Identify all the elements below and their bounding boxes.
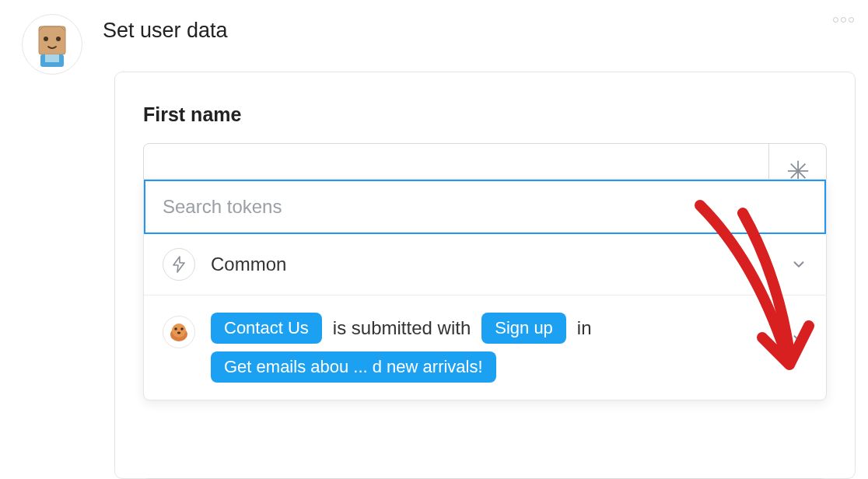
- svg-point-6: [172, 323, 186, 337]
- form-flow-content: Contact Us is submitted with Sign up in …: [211, 313, 775, 383]
- flow-text-submitted: is submitted with: [333, 317, 471, 339]
- svg-point-2: [56, 37, 61, 41]
- field-label-first-name: First name: [143, 103, 827, 126]
- pill-emails: Get emails abou ... d new arrivals!: [211, 351, 496, 383]
- group-label: Common: [211, 253, 775, 275]
- pill-sign-up: Sign up: [481, 313, 566, 344]
- form-submission-group[interactable]: Contact Us is submitted with Sign up in …: [144, 295, 826, 400]
- lightning-icon: [163, 248, 195, 281]
- svg-point-1: [44, 37, 48, 41]
- svg-point-7: [174, 327, 177, 330]
- chevron-down-icon: [790, 256, 807, 273]
- search-row: [144, 180, 826, 234]
- search-input[interactable]: [163, 196, 807, 218]
- page-title: Set user data: [103, 19, 228, 43]
- paper-bag-avatar-icon: [30, 22, 75, 67]
- svg-point-8: [180, 327, 184, 330]
- wpforms-icon: [163, 316, 195, 348]
- chevron-down-icon: [790, 330, 807, 347]
- avatar: [22, 14, 82, 75]
- svg-point-9: [177, 331, 180, 334]
- tokens-dropdown: Common Contact Us is submitted with Sign…: [143, 179, 827, 400]
- svg-rect-4: [45, 54, 59, 62]
- pill-contact-us: Contact Us: [211, 313, 322, 344]
- more-options-button[interactable]: [831, 16, 854, 23]
- group-common[interactable]: Common: [144, 234, 826, 295]
- svg-rect-0: [39, 26, 65, 54]
- flow-text-in: in: [577, 317, 592, 339]
- config-card: First name ✳ Common: [114, 72, 856, 479]
